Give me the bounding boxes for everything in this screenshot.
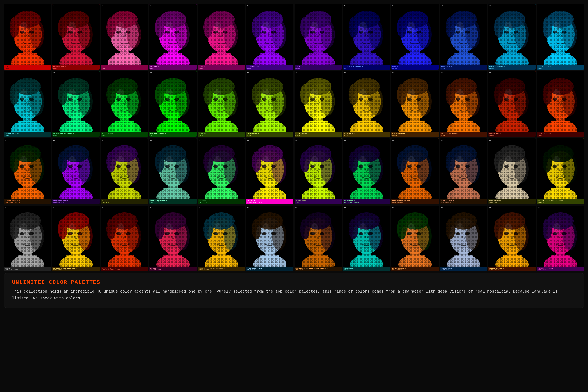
card-25[interactable]: 25 SAFETY ORANGE / DEEP JUNGLE GREEN bbox=[4, 138, 51, 204]
card-number: 25 bbox=[5, 139, 7, 141]
card-sub: BIRCH bbox=[53, 135, 99, 136]
portrait-area: 8 bbox=[343, 4, 390, 65]
card-33[interactable]: 33 DEEP CARROT ORANGE / DARK NORMAND... bbox=[392, 138, 439, 204]
face-container bbox=[246, 71, 294, 132]
card-18[interactable]: 18 CHARTREUSE / BIRCH bbox=[246, 71, 294, 137]
card-sub: DARK SLATE GRAY bbox=[5, 269, 50, 270]
card-37[interactable]: 37 MELON / DARK SLATE GRAY bbox=[4, 206, 51, 271]
card-sub: BIRCH bbox=[198, 68, 244, 69]
card-6[interactable]: 6 ELECTRIC PURPLE / BIRCH bbox=[246, 4, 294, 70]
card-1[interactable]: 1 RED / BIRCH bbox=[4, 4, 51, 70]
card-name: YELLOW ORANGE / bbox=[489, 267, 535, 269]
card-label: SELECTIVE YELLOW / BOSTON UNIVERSITY RED bbox=[101, 266, 148, 271]
card-32[interactable]: 32 MALACHITE / DARK JUNGLE GREEN bbox=[343, 138, 390, 204]
card-26[interactable]: 26 SASQUATCH SOCKS / PRUSSIAN BLUE bbox=[52, 138, 100, 204]
card-name: DARK VANILLA / bbox=[489, 200, 535, 202]
card-48[interactable]: 48 FASHION FUCHSIA / DEEP VIOLET bbox=[537, 206, 584, 271]
card-9[interactable]: 9 BLUE / BIRCH bbox=[392, 4, 439, 70]
card-inner: 18 CHARTREUSE / BIRCH bbox=[246, 71, 294, 137]
svg-rect-103 bbox=[294, 4, 342, 65]
card-name: FASHION FUCHSIA / bbox=[538, 267, 583, 269]
card-name: PALE BLUE / TAN / bbox=[247, 267, 293, 269]
card-10[interactable]: 10 BARKERS BLUE / BIRCH bbox=[440, 4, 487, 70]
card-16[interactable]: 16 ELECTRIC GREEN / BIRCH bbox=[149, 71, 196, 137]
svg-rect-613 bbox=[198, 206, 245, 266]
card-17[interactable]: 17 MANGO GREEN / BIRCH bbox=[198, 71, 245, 137]
card-41[interactable]: 41 SAFFRON / DEEP AQUAMARINE / BROWN COF… bbox=[198, 206, 245, 271]
card-23[interactable]: 23 MYSTIC RED / BIRCH bbox=[488, 71, 536, 137]
card-name: ELECTRIC PURPLE / bbox=[247, 66, 293, 68]
card-38[interactable]: 38 SUNGLOW / METALLIC RED / BIRCH CHOCOL… bbox=[52, 206, 100, 271]
card-45[interactable]: 45 ROYAL ORANGE / RIFLE GREEN bbox=[392, 206, 439, 271]
card-label: SUNGLOW / METALLIC RED / BIRCH CHOCOLATE bbox=[52, 266, 100, 271]
svg-rect-73 bbox=[198, 4, 245, 65]
card-number: 32 bbox=[344, 139, 346, 141]
card-3[interactable]: 3 FOLLY / BIRCH bbox=[101, 4, 148, 70]
row-1: 1 RED / BIRCH bbox=[4, 4, 584, 70]
card-label: SEASHELL / INTERNATIONAL ORANGE / TEMPTR… bbox=[294, 266, 342, 271]
card-46[interactable]: 46 POWDER BLUE / SPACE CADET bbox=[440, 206, 487, 271]
card-name: MEDIUM SPRING GREEN / bbox=[53, 133, 99, 135]
svg-point-689 bbox=[456, 223, 464, 234]
card-36[interactable]: 36 YELLOW SUN / MIDDLE GREEN / JAPANESE.… bbox=[537, 138, 584, 204]
face-container bbox=[198, 71, 245, 132]
main-container: 1 RED / BIRCH bbox=[0, 0, 588, 392]
svg-rect-118 bbox=[343, 4, 390, 65]
svg-point-719 bbox=[553, 223, 560, 234]
card-8[interactable]: 8 ELECTRIC ULTRAMARINE / BLUE bbox=[343, 4, 390, 70]
svg-point-704 bbox=[504, 223, 512, 234]
face-container bbox=[294, 4, 342, 65]
card-28[interactable]: 28 MEDIUM AQUAMARINE / ORGAN bbox=[149, 138, 196, 204]
card-12[interactable]: 12 VIVID SKY BLUE / BIRCH bbox=[537, 4, 584, 70]
card-7[interactable]: 7 VIOLET / BIRCH bbox=[294, 4, 342, 70]
card-name: MANGO GREEN / bbox=[198, 133, 244, 135]
card-21[interactable]: 21 VIVID GAMBOGE / BIRCH bbox=[392, 71, 439, 137]
card-34[interactable]: 34 DARK SALMON / DARK NORMAND... bbox=[440, 138, 487, 204]
card-15[interactable]: 15 GUPPY GREEN / BIRCH bbox=[101, 71, 148, 137]
card-label: YELLOW SUN / MIDDLE GREEN / JAPANESE... bbox=[537, 199, 584, 204]
card-24[interactable]: 24 VERMILION RED / BIRCH bbox=[537, 71, 584, 137]
card-inner: 42 PALE BLUE / TAN / QUEEN BLUE bbox=[246, 206, 294, 271]
card-43[interactable]: 43 SEASHELL / INTERNATIONAL ORANGE / TEM… bbox=[294, 206, 342, 271]
face-container bbox=[101, 4, 148, 65]
portrait-area: 48 bbox=[537, 206, 584, 266]
card-14[interactable]: 14 MEDIUM SPRING GREEN / BIRCH bbox=[52, 71, 100, 137]
face-container bbox=[52, 138, 100, 199]
portrait-area: 1 bbox=[4, 4, 51, 65]
card-13[interactable]: 13 TURQUOISE BLUE / BIRCH bbox=[4, 71, 51, 137]
card-44[interactable]: 44 TURQUOISE / GRAPE bbox=[343, 206, 390, 271]
card-4[interactable]: 4 MAGENTA / BIRCH bbox=[149, 4, 196, 70]
card-39[interactable]: 39 SELECTIVE YELLOW / BOSTON UNIVERSITY … bbox=[101, 206, 148, 271]
portrait-area: 23 bbox=[488, 71, 536, 132]
card-19[interactable]: 19 VIVID YELLOW / BIRCH bbox=[294, 71, 342, 137]
card-11[interactable]: 11 VIVID CERULEAN / BIRCH bbox=[488, 4, 536, 70]
card-40[interactable]: 40 CRAYOLA / SPANISH PURPLE bbox=[149, 206, 196, 271]
card-42[interactable]: 42 PALE BLUE / TAN / QUEEN BLUE bbox=[246, 206, 294, 271]
portrait-area: 41 bbox=[198, 206, 245, 266]
card-inner: 10 BARKERS BLUE / BIRCH bbox=[440, 4, 487, 70]
card-sub: BIRCH bbox=[247, 68, 293, 69]
card-29[interactable]: 29 UFO GREEN / VIOLET RED bbox=[198, 138, 245, 204]
card-number: 9 bbox=[392, 5, 393, 6]
card-5[interactable]: 5 FUCHSIA / BIRCH bbox=[198, 4, 245, 70]
card-number: 1 bbox=[5, 5, 6, 6]
card-35[interactable]: 35 DARK VANILLA / DARK LAVA bbox=[488, 138, 536, 204]
svg-point-569 bbox=[68, 223, 76, 234]
card-22[interactable]: 22 PHILIPPINE ORANGE / BIRCH bbox=[440, 71, 487, 137]
portrait-area: 7 bbox=[294, 4, 342, 65]
card-2[interactable]: 2 CARMINE RED / BIRCH bbox=[52, 4, 100, 70]
svg-point-479 bbox=[359, 156, 367, 168]
card-30[interactable]: 30 YELLOW SUN / MEDIUM VIOLET RED bbox=[246, 138, 294, 204]
card-20[interactable]: 20 UCLA GOLD / BIRCH bbox=[343, 71, 390, 137]
card-47[interactable]: 47 YELLOW ORANGE / SPACE CADET bbox=[488, 206, 536, 271]
svg-rect-658 bbox=[343, 206, 390, 266]
card-31[interactable]: 31 ARCTIC LIME / VIOLET bbox=[294, 138, 342, 204]
card-sub: GRAPE bbox=[344, 269, 390, 270]
card-sub: BIRCH bbox=[102, 135, 147, 136]
card-label: TURQUOISE / GRAPE bbox=[343, 266, 390, 271]
svg-point-59 bbox=[165, 22, 173, 33]
portrait-area: 5 bbox=[198, 4, 245, 65]
card-27[interactable]: 27 PEAR / DEEP VIOLET bbox=[101, 138, 148, 204]
card-label: ARCTIC LIME / VIOLET bbox=[294, 199, 342, 204]
card-number: 37 bbox=[5, 206, 7, 208]
